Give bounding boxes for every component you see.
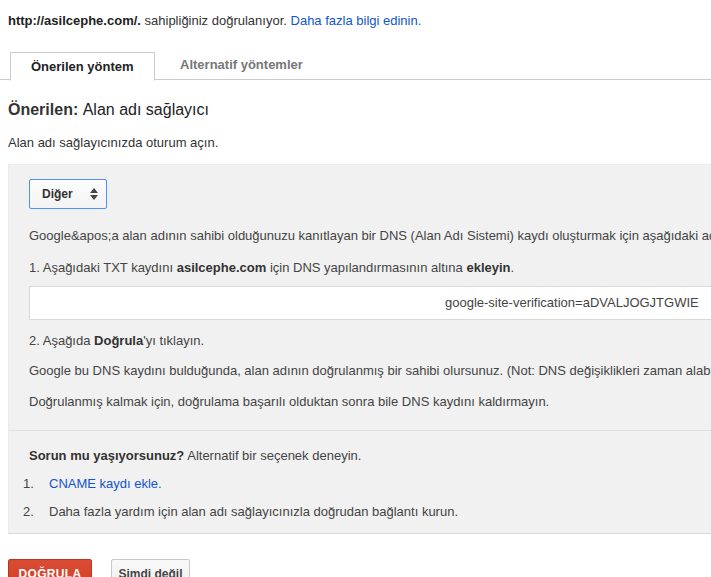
cname-record-link[interactable]: CNAME kaydı ekle. (49, 476, 162, 491)
step2-prefix: 2. Aşağıda (29, 333, 94, 348)
panel-divider (9, 430, 711, 431)
verification-page: http://asilcephe.com/. sahipliğiniz doğr… (0, 13, 711, 577)
list-item-contact-provider: 2. Daha fazla yardım için alan adı sağla… (23, 504, 711, 519)
not-now-button[interactable]: Şimdi değil (111, 559, 190, 577)
step2-suffix: 'yı tıklayın. (143, 333, 204, 348)
step1-action: ekleyin (466, 260, 510, 275)
tab-alternate-methods[interactable]: Alternatif yöntemler (159, 51, 324, 80)
txt-record-field[interactable]: google-site-verification=aDVALJOGJTGWIE (29, 286, 711, 320)
verification-header: http://asilcephe.com/. sahipliğiniz doğr… (8, 13, 711, 28)
method-tabs: Önerilen yöntem Alternatif yöntemler (0, 51, 711, 80)
step1-prefix: 1. Aşağıdaki TXT kaydını (29, 260, 177, 275)
provider-select-value: Diğer (42, 187, 73, 201)
recommended-method: Alan adı sağlayıcı (83, 101, 209, 118)
alternatives-list: 1. CNAME kaydı ekle. 2. Daha fazla yardı… (23, 476, 711, 519)
verify-button[interactable]: DOĞRULA (8, 559, 92, 577)
tab-recommended-method[interactable]: Önerilen yöntem (10, 52, 155, 81)
list-num-2: 2. (23, 504, 49, 519)
signin-instruction: Alan adı sağlayıcınızda oturum açın. (8, 135, 711, 150)
step1-domain: asilcephe.com (177, 260, 267, 275)
select-spinner-icon (90, 188, 98, 200)
recommended-heading: Önerilen: Alan adı sağlayıcı (8, 101, 711, 119)
dns-note-text: Google bu DNS kaydını bulduğunda, alan a… (29, 363, 711, 378)
contact-provider-text: Daha fazla yardım için alan adı sağlayıc… (49, 504, 458, 519)
list-item-cname: 1. CNAME kaydı ekle. (23, 476, 711, 491)
trouble-rest: Alternatif bir seçenek deneyin. (184, 448, 361, 463)
trouble-line: Sorun mu yaşıyorsunuz? Alternatif bir se… (29, 448, 711, 463)
trouble-bold: Sorun mu yaşıyorsunuz? (29, 448, 184, 463)
page-viewport: http://asilcephe.com/. sahipliğiniz doğr… (0, 0, 711, 577)
list-num-1: 1. (23, 476, 49, 491)
step1-instruction: 1. Aşağıdaki TXT kaydını asilcephe.com i… (29, 260, 711, 275)
step2-instruction: 2. Aşağıda Doğrula'yı tıklayın. (29, 333, 711, 348)
instruction-panel: Diğer Google&apos;a alan adının sahibi o… (8, 164, 711, 534)
site-url: http://asilcephe.com/. (8, 13, 141, 28)
provider-select[interactable]: Diğer (29, 179, 107, 209)
keep-record-text: Doğrulanmış kalmak için, doğrulama başar… (29, 394, 711, 409)
action-buttons: DOĞRULA Şimdi değil (8, 559, 190, 577)
step2-action: Doğrula (94, 333, 143, 348)
step1-suffix: . (511, 260, 515, 275)
verifying-text: sahipliğiniz doğrulanıyor. (141, 13, 291, 28)
dns-intro-text: Google&apos;a alan adının sahibi olduğun… (29, 228, 711, 243)
step1-middle: için DNS yapılandırmasının altına (266, 260, 466, 275)
recommended-label: Önerilen: (8, 101, 83, 118)
learn-more-link[interactable]: Daha fazla bilgi edinin. (291, 13, 422, 28)
